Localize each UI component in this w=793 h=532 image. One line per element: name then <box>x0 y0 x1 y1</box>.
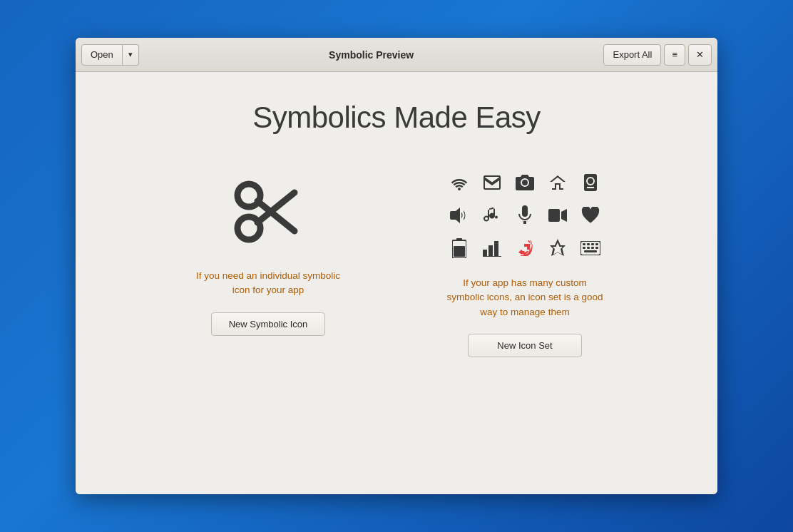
cards-row: If you need an individual symbolic icon … <box>104 169 689 357</box>
svg-rect-10 <box>488 245 493 257</box>
video-icon <box>542 200 573 231</box>
svg-rect-19 <box>587 247 590 249</box>
icon-grid <box>444 167 606 264</box>
new-symbolic-icon-button[interactable]: New Symbolic Icon <box>211 312 325 336</box>
svg-rect-11 <box>494 241 498 257</box>
scissors-illustration <box>225 169 311 255</box>
svg-rect-15 <box>587 243 590 245</box>
menu-button[interactable]: ≡ <box>664 44 685 66</box>
wifi-icon <box>444 167 475 198</box>
svg-rect-4 <box>522 205 528 217</box>
keyboard-icon <box>575 232 606 264</box>
svg-rect-17 <box>595 243 598 245</box>
new-icon-set-card: If your app has many custom symbolic ico… <box>432 169 618 357</box>
svg-rect-18 <box>583 247 585 249</box>
main-content: Symbolics Made Easy <box>76 72 717 494</box>
open-button[interactable]: Open <box>81 44 123 66</box>
app-window: Open ▾ Symbolic Preview Export All ≡ ✕ S… <box>76 38 717 494</box>
speaker-icon <box>444 200 475 231</box>
missed-call-icon <box>509 232 541 264</box>
titlebar: Open ▾ Symbolic Preview Export All ≡ ✕ <box>76 38 717 72</box>
window-title: Symbolic Preview <box>139 49 604 61</box>
svg-rect-9 <box>483 250 487 257</box>
svg-rect-22 <box>584 250 597 252</box>
music-icon <box>476 200 508 231</box>
new-symbolic-icon-card: If you need an individual symbolic icon … <box>175 169 361 336</box>
svg-rect-16 <box>591 243 594 245</box>
close-button[interactable]: ✕ <box>688 44 712 66</box>
camera-icon <box>509 167 541 198</box>
home-icon <box>542 167 573 198</box>
heart-icon <box>575 200 606 231</box>
titlebar-left: Open ▾ <box>81 44 139 66</box>
mail-icon <box>476 167 508 198</box>
battery-icon <box>444 232 475 264</box>
open-dropdown-button[interactable]: ▾ <box>123 44 139 66</box>
microphone-icon <box>509 200 541 231</box>
svg-rect-8 <box>454 246 465 257</box>
airplane-icon <box>542 232 573 264</box>
new-icon-set-description: If your app has many custom symbolic ico… <box>446 276 603 319</box>
export-all-button[interactable]: Export All <box>603 44 661 66</box>
chart-icon <box>476 232 508 264</box>
titlebar-right: Export All ≡ ✕ <box>603 44 712 66</box>
icon-grid-illustration <box>432 169 618 262</box>
page-headline: Symbolics Made Easy <box>252 101 541 135</box>
phone-icon <box>575 167 606 198</box>
new-symbolic-icon-description: If you need an individual symbolic icon … <box>190 269 347 298</box>
svg-rect-21 <box>595 247 598 249</box>
svg-rect-20 <box>591 247 594 249</box>
new-icon-set-button[interactable]: New Icon Set <box>468 334 582 357</box>
svg-rect-14 <box>583 243 585 245</box>
svg-rect-5 <box>548 209 560 222</box>
